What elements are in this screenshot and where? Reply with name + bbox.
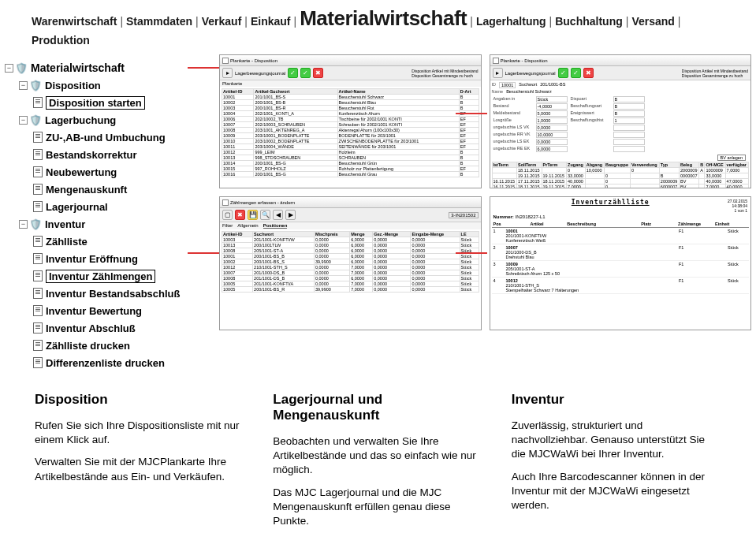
col-inventur: Inventur Zuverlässig, strukturiert und n… [512, 392, 721, 536]
movement-table[interactable]: IstTermSollTermPrTermZugangAbgangBaugrup… [492, 162, 750, 188]
shield-icon: 🛡️ [29, 80, 42, 91]
shield-icon: 🛡️ [29, 114, 42, 126]
document-number-field[interactable]: 3-IN201502 [449, 212, 478, 218]
toolbar-icon[interactable]: ▸ [222, 68, 233, 78]
document-icon [33, 236, 43, 247]
tab-label[interactable]: Plankarte [222, 81, 242, 86]
shield-icon: 🛡️ [15, 62, 28, 74]
nav-item[interactable]: Versand [631, 15, 674, 28]
document-icon [33, 149, 43, 160]
search-icon[interactable]: 🔍 [260, 210, 270, 220]
tree-group[interactable]: Disposition [45, 80, 101, 91]
col-text: Auch Ihre Barcodescanner können in der I… [512, 470, 721, 513]
check-icon[interactable]: ✓ [571, 68, 581, 78]
col-heading: Inventur [512, 392, 721, 408]
collapse-icon[interactable]: − [19, 220, 28, 229]
journal-label: Lagerbewegungsjournal [235, 71, 285, 76]
next-icon[interactable]: ▶ [285, 210, 296, 220]
delete-icon[interactable]: ✖ [235, 210, 245, 220]
window-title: Plankarte - Disposition [230, 58, 277, 63]
document-icon [33, 201, 43, 212]
nav-item[interactable]: Produktion [32, 34, 90, 47]
col-heading: Disposition [35, 392, 244, 408]
col-text: Zuverlässig, strukturiert und nachvollzi… [512, 419, 721, 462]
top-nav: Warenwirtschaft| Stammdaten| Verkauf| Ei… [0, 0, 756, 51]
tree-item[interactable]: Neubewertung [46, 166, 117, 178]
module-tree: −🛡️Materialwirtschaft −🛡️Disposition Dis… [5, 51, 210, 371]
report-meta: 27.02.201514:38:041 von 1 [728, 199, 747, 213]
document-icon [33, 97, 43, 108]
tree-item[interactable]: Bestandskorrektur [46, 149, 137, 161]
count-table[interactable]: Artikel-IDSuchwortMischpreisMengeGez.-Me… [222, 231, 479, 293]
document-icon [33, 288, 43, 299]
col-heading: Lagerjournal und Mengenauskunft [273, 392, 482, 423]
window-icon [222, 58, 229, 64]
tree-item[interactable]: Mengenauskunft [46, 184, 127, 196]
col-text: Beobachten und verwalten Sie Ihre Artike… [273, 434, 482, 478]
nav-item[interactable]: Einkauf [251, 15, 291, 28]
collapse-icon[interactable]: − [19, 116, 28, 125]
document-icon [33, 357, 43, 368]
stop-icon[interactable]: ✖ [583, 68, 594, 78]
tree-item[interactable]: Disposition starten [46, 96, 145, 110]
tree-item[interactable]: Zählliste drucken [46, 340, 130, 352]
document-icon [33, 166, 43, 177]
tree-item[interactable]: Inventur Zählmengen [46, 270, 155, 283]
col-disposition: Disposition Rufen Sie sich Ihre Disposit… [35, 392, 244, 536]
screenshots-area: Plankarte - Disposition ▸ Lagerbewegungs… [219, 51, 751, 371]
tree-item[interactable]: Zählliste [46, 236, 88, 248]
tree-item[interactable]: Inventur Bewertung [46, 305, 142, 317]
shield-icon: 🛡️ [29, 218, 42, 230]
tab[interactable]: Allgemein [237, 223, 258, 229]
tree-item[interactable]: Inventur Abschluß [46, 322, 136, 334]
col-text: Rufen Sie sich Ihre Dispositionsliste mi… [35, 419, 244, 447]
check-icon[interactable]: ✓ [300, 68, 311, 78]
screenshot-plankarte-detail: Plankarte - Disposition ▸ Lagerbewegungs… [490, 54, 752, 188]
tree-item[interactable]: Inventur Bestandsabschluß [46, 288, 180, 300]
nav-item[interactable]: Lagerhaltung [476, 15, 546, 28]
stop-icon[interactable]: ✖ [313, 68, 323, 78]
col-lagerjournal: Lagerjournal und Mengenauskunft Beobacht… [273, 392, 482, 536]
collapse-icon[interactable]: − [5, 64, 13, 73]
col-text: Verwalten Sie mit der MJCPlankarte Ihre … [35, 455, 244, 483]
prev-icon[interactable]: ◀ [273, 210, 283, 220]
save-icon[interactable]: 💾 [248, 210, 258, 220]
hint-text: Disposition Artikel mit MindestbestandDi… [682, 69, 748, 78]
check-icon[interactable]: ✓ [558, 68, 568, 78]
article-table[interactable]: Artikel-IDArtikel-SuchwortArtikel-NameD-… [222, 88, 479, 177]
hint-text: Disposition Artikel mit MindestbestandDi… [412, 69, 478, 78]
tree-item[interactable]: Differenzenliste drucken [46, 357, 165, 369]
nav-item[interactable]: Warenwirtschaft [32, 15, 117, 28]
tree-item[interactable]: ZU-,AB-und Umbuchung [46, 132, 166, 143]
collapse-icon[interactable]: − [19, 81, 28, 90]
document-icon [33, 322, 43, 334]
new-icon[interactable]: ▢ [222, 210, 233, 220]
toolbar-icon[interactable]: ▸ [493, 68, 503, 78]
tree-group[interactable]: Lagerbuchung [45, 114, 116, 126]
nav-item-active[interactable]: Materialwirtschaft [300, 6, 467, 31]
tree-item[interactable]: Inventur Eröffnung [46, 253, 138, 265]
create-bv-button[interactable]: BV anlegen [717, 155, 746, 161]
document-icon [33, 184, 43, 195]
report-title: Inventurzählliste [572, 199, 650, 213]
document-icon [33, 253, 43, 264]
window-title: Zählmengen erfassen - ändern [230, 200, 295, 205]
tab-active[interactable]: Positionen [263, 223, 288, 229]
document-icon [33, 270, 43, 281]
tree-group[interactable]: Inventur [45, 218, 85, 230]
document-icon [33, 132, 43, 143]
window-icon [493, 58, 499, 64]
screenshot-zaehlliste-print: Inventurzählliste 27.02.201514:38:041 vo… [490, 196, 752, 330]
check-icon[interactable]: ✓ [288, 68, 298, 78]
tab[interactable]: Filter [222, 223, 233, 229]
window-title: Plankarte - Disposition [501, 58, 548, 63]
tree-root[interactable]: Materialwirtschaft [31, 61, 125, 74]
nav-item[interactable]: Buchhaltung [555, 15, 623, 28]
nav-item[interactable]: Verkauf [202, 15, 242, 28]
stock-form: Angaben inStückDispoartBBestand-4,0000Be… [492, 95, 750, 154]
window-icon [222, 199, 229, 206]
tree-item[interactable]: Lagerjournal [46, 201, 108, 213]
nav-item[interactable]: Stammdaten [126, 15, 192, 28]
document-icon [33, 340, 43, 351]
screenshot-plankarte-list: Plankarte - Disposition ▸ Lagerbewegungs… [219, 54, 482, 188]
